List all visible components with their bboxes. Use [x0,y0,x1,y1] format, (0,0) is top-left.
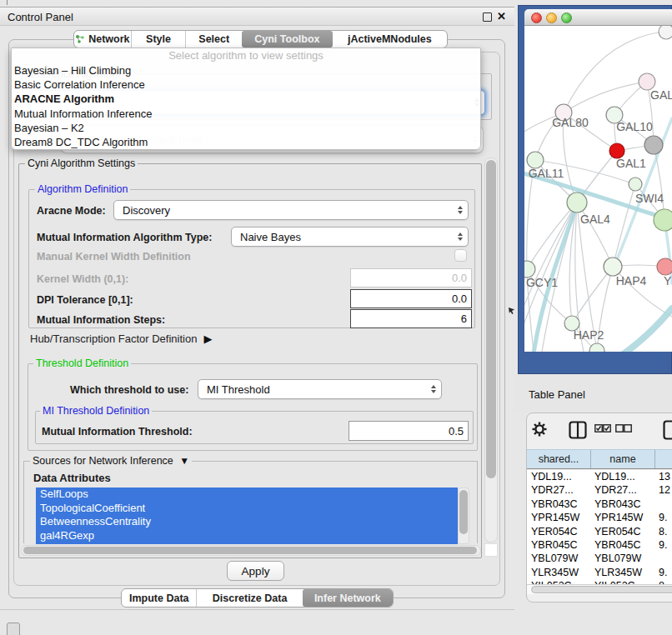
tab-cyni-toolbox[interactable]: Cyni Toolbox [242,31,333,48]
network-node[interactable] [654,209,672,231]
table-row[interactable]: YBR045CYBR045C9. [527,538,672,552]
tab-style[interactable]: Style [131,31,186,48]
gear-icon[interactable] [532,422,547,437]
node-label: GAL4 [580,212,610,226]
table-cell[interactable]: YLR345W [594,566,642,579]
hub-definition-row[interactable]: Hub/Transcription Factor Definition ▶ [30,332,212,345]
table-cell[interactable]: YBR045C [531,538,578,552]
algorithm-option[interactable]: Bayesian – K2 [12,121,480,135]
mi-steps-input[interactable]: 6 [350,309,472,328]
apply-button[interactable]: Apply [227,561,284,581]
network-edge [564,82,647,112]
checked-checkboxes-icon[interactable] [594,424,611,434]
table-cell[interactable]: YBL079W [594,552,641,565]
mi-type-label: Mutual Information Algorithm Type: [37,232,212,243]
table-row[interactable]: YPR145WYPR145W9. [527,511,672,524]
column-header[interactable]: name [590,450,654,468]
network-node[interactable] [527,152,544,168]
table-cell[interactable]: 9. [659,538,667,552]
stepper-icon [431,385,436,393]
table-cell[interactable]: YBR045C [594,538,641,552]
algorithm-option[interactable]: Basic Correlation Inference [12,78,480,92]
tab-discretize-data[interactable]: Discretize Data [196,589,302,607]
tab-select[interactable]: Select [185,31,242,48]
data-attribute-item[interactable]: BetweennessCentrality [36,515,458,529]
table-cell[interactable]: YPR145W [594,511,643,524]
data-attribute-item[interactable]: gal4RGexp [36,529,458,543]
unchecked-checkboxes-icon[interactable] [615,424,632,434]
table-cell[interactable]: YBR043C [531,498,578,511]
table-row[interactable]: YLR345WYLR345W9. [527,566,672,579]
data-attributes-label: Data Attributes [33,472,111,484]
manual-kernel-checkbox[interactable] [454,249,467,262]
algorithm-option[interactable]: Dream8 DC_TDC Algorithm [12,135,480,149]
algorithm-option[interactable]: Bayesian – Hill Climbing [12,63,480,78]
network-node[interactable] [644,136,663,154]
table-cell[interactable]: YPR145W [531,511,579,524]
dpi-tolerance-value: 0.0 [452,292,467,305]
table-row[interactable]: YER054CYER054C8. [527,525,672,538]
column-header[interactable]: shared... [527,450,590,468]
table-cell[interactable]: 12 [659,483,670,497]
table-cell[interactable]: 8. [659,525,667,538]
sources-collapse-icon[interactable]: ▼ [179,455,189,467]
table-cell[interactable]: YLR345W [531,566,579,579]
network-canvas[interactable]: GAL80GAL80GAL10GAL1GAL11SWI4GAL4GCY1HAP4… [524,26,672,352]
table-cell[interactable]: YDR27... [531,483,574,497]
algorithm-option[interactable]: ARACNE Algorithm [12,92,480,106]
network-node[interactable] [589,343,604,352]
table-cell[interactable]: YER054C [531,525,578,538]
table-cell[interactable]: 13 [659,470,670,483]
table-row[interactable]: YDR27...YDR27...12 [527,483,672,497]
table-cell[interactable]: YDL19... [594,470,635,483]
data-attribute-item[interactable]: SelfLoops [36,488,458,502]
window-zoom-icon[interactable] [561,12,572,23]
algorithm-option[interactable]: Mutual Information Inference [12,107,480,121]
data-attributes-list[interactable]: SelfLoopsTopologicalCoefficientBetweenne… [36,488,458,544]
float-window-icon[interactable] [483,12,492,22]
columns-icon[interactable] [569,421,587,439]
table-cell[interactable]: 9. [659,566,667,579]
column-header[interactable] [654,450,672,468]
attributes-vertical-scrollbar-thumb[interactable] [459,490,468,534]
function-icon[interactable] [663,420,672,440]
table-cell[interactable]: YDR27... [594,483,637,497]
mi-threshold-group-title: MI Threshold Definition [40,405,152,417]
table-row[interactable]: YBR043CYBR043C [527,498,672,511]
panel-corner-icon[interactable] [7,622,20,635]
mi-threshold-input[interactable]: 0.5 [349,421,469,441]
table-row[interactable]: YBL079WYBL079W [527,552,672,565]
table-cell[interactable]: YER054C [594,525,641,538]
table-cell[interactable]: YBL079W [531,552,578,565]
tab-infer-network[interactable]: Infer Network [303,589,393,607]
dpi-tolerance-input[interactable]: 0.0 [350,289,472,308]
table-horizontal-scrollbar-thumb[interactable] [531,586,672,593]
close-icon[interactable]: ✕ [497,10,506,22]
network-node[interactable] [604,258,622,276]
network-node[interactable] [629,178,642,191]
network-node[interactable] [567,192,587,212]
tab-impute-data[interactable]: Impute Data [122,589,196,607]
which-threshold-combobox[interactable]: MI Threshold [198,379,442,399]
network-node[interactable] [524,261,535,278]
kernel-width-input[interactable]: 0.0 [350,268,472,288]
data-attribute-item[interactable]: TopologicalCoefficient [36,502,458,516]
table-cell[interactable]: 9. [659,511,667,524]
network-window-titlebar[interactable] [524,9,672,26]
table-cell[interactable]: YDL19... [531,470,572,483]
aracne-mode-combobox[interactable]: Discovery [113,200,469,220]
table-row[interactable]: YDL19...YDL19...13 [527,470,672,483]
network-node[interactable] [659,26,672,39]
tab-jactivemnodules[interactable]: jActiveMNodules [333,31,447,48]
table-horizontal-scrollbar[interactable] [527,584,672,594]
settings-vertical-scrollbar-thumb[interactable] [486,160,496,478]
hub-expand-icon[interactable]: ▶ [203,332,212,345]
window-close-icon[interactable] [531,12,542,23]
network-node[interactable] [639,73,655,90]
tab-network[interactable]: Network [74,31,131,48]
table-cell[interactable]: YBR043C [594,498,641,511]
network-node[interactable] [657,258,672,275]
settings-horizontal-scrollbar-thumb[interactable] [23,547,477,554]
mi-type-combobox[interactable]: Naive Bayes [231,227,469,247]
window-minimize-icon[interactable] [546,12,557,23]
